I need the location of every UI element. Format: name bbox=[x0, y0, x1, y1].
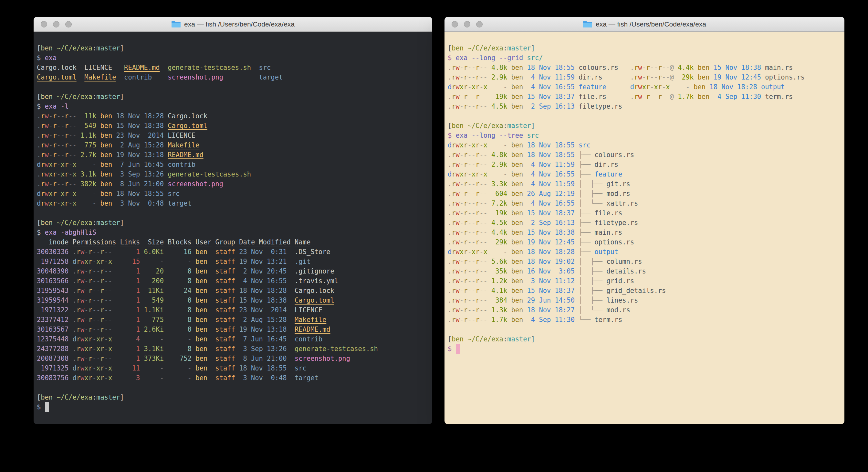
terminal-line: .rw-r--r-- 1.1k ben 23 Nov 2014 LICENCE bbox=[37, 130, 432, 140]
permission-string: drwxr-xr-x bbox=[37, 161, 76, 169]
window-title: exa — fish /Users/ben/Code/exa/exa bbox=[171, 20, 294, 28]
terminal-line: 30083756 drwxr-xr-x 3 - - ben staff 3 No… bbox=[37, 373, 432, 383]
terminal-line: inode Permissions Links Size Blocks User… bbox=[37, 237, 432, 247]
terminal-line: $ exa -abghHliS bbox=[37, 228, 432, 237]
terminal-cursor bbox=[456, 344, 460, 354]
permission-string: .rw-r--r-- bbox=[73, 316, 113, 324]
permission-string: .rw-r--r-- bbox=[448, 219, 488, 227]
terminal-line: .rw-r--r-- 19k ben 15 Nov 18:37 ├── file… bbox=[448, 208, 844, 218]
terminal-window-light: exa — fish /Users/ben/Code/exa/exa [ben … bbox=[444, 17, 844, 424]
terminal-line: .rwxr-xr-x 3.1k ben 3 Sep 13:26 generate… bbox=[37, 169, 432, 179]
permission-string: .rw-r--r--@ bbox=[630, 73, 674, 81]
close-button[interactable] bbox=[41, 21, 47, 28]
terminal-cursor bbox=[45, 402, 49, 412]
minimize-button[interactable] bbox=[464, 21, 470, 28]
terminal-content[interactable]: [ben ~/C/e/exa:master]$ exa --long --gri… bbox=[444, 32, 844, 424]
permission-string: .rw-r--r-- bbox=[73, 306, 113, 314]
terminal-output-left: [ben ~/C/e/exa:master]$ exaCargo.lock LI… bbox=[37, 43, 432, 412]
minimize-button[interactable] bbox=[53, 21, 59, 28]
terminal-content[interactable]: [ben ~/C/e/exa:master]$ exaCargo.lock LI… bbox=[34, 32, 432, 424]
terminal-line: .rw-r--r-- 1.3k ben 18 Nov 18:27 │ └── m… bbox=[448, 305, 844, 315]
permission-string: .rw-r--r-- bbox=[448, 180, 488, 188]
terminal-line: .rw-r--r-- 35k ben 16 Nov 3:05 │ ├── det… bbox=[448, 266, 844, 276]
permission-string: .rw-r--r-- bbox=[73, 326, 113, 333]
permission-string: .rw-r--r-- bbox=[73, 248, 113, 256]
terminal-line: .rw-r--r-- 4.8k ben 18 Nov 18:55 colours… bbox=[448, 63, 844, 72]
permission-string: .rwxr-xr-x bbox=[37, 170, 76, 178]
permission-string: .rw-r--r-- bbox=[448, 161, 488, 169]
terminal-line: $ exa -l bbox=[37, 101, 432, 111]
terminal-line: [ben ~/C/e/exa:master] bbox=[448, 334, 844, 344]
permission-string: drwxr-xr-x bbox=[448, 170, 488, 178]
terminal-line: 30048390 .rw-r--r-- 1 20 8 ben staff 2 N… bbox=[37, 266, 432, 276]
terminal-line: 30163566 .rw-r--r-- 1 200 8 ben staff 4 … bbox=[37, 276, 432, 286]
permission-string: drwxr-xr-x bbox=[73, 258, 113, 265]
permission-string: .rw-r--r-- bbox=[37, 131, 76, 139]
terminal-line: $ bbox=[37, 402, 432, 412]
permission-string: .rw-r--r-- bbox=[448, 209, 488, 217]
zoom-button[interactable] bbox=[65, 21, 72, 28]
permission-string: .rwxr-xr-x bbox=[73, 345, 113, 353]
permission-string: drwxr-xr-x bbox=[448, 141, 488, 149]
permission-string: .rw-r--r-- bbox=[73, 267, 113, 275]
terminal-line bbox=[37, 82, 432, 92]
permission-string: .rw-r--r-- bbox=[448, 190, 488, 198]
terminal-line: Cargo.lock LICENCE README.md generate-te… bbox=[37, 63, 432, 72]
permission-string: .rw-r--r-- bbox=[37, 151, 76, 159]
terminal-output-right: [ben ~/C/e/exa:master]$ exa --long --gri… bbox=[448, 43, 844, 354]
permission-string: .rw-r--r-- bbox=[448, 238, 488, 246]
terminal-line: $ exa --long --tree src bbox=[448, 130, 844, 140]
close-button[interactable] bbox=[452, 21, 458, 28]
terminal-line: Cargo.toml Makefile contrib screenshot.p… bbox=[37, 72, 432, 82]
terminal-line: 30030336 .rw-r--r-- 1 6.0Ki 16 ben staff… bbox=[37, 247, 432, 257]
permission-string: .rw-r--r-- bbox=[448, 316, 488, 324]
desktop: { "chrome": { "titlebar_top": "#ececec",… bbox=[0, 0, 868, 472]
terminal-line: .rw-r--r-- 4.5k ben 2 Sep 16:13 filetype… bbox=[448, 101, 844, 111]
terminal-line: [ben ~/C/e/exa:master] bbox=[448, 121, 844, 130]
titlebar[interactable]: exa — fish /Users/ben/Code/exa/exa bbox=[444, 17, 844, 32]
permission-string: .rw-r--r-- bbox=[448, 93, 488, 100]
permission-string: .rw-r--r-- bbox=[37, 141, 76, 149]
terminal-line: .rw-r--r-- 4.8k ben 18 Nov 18:55 ├── col… bbox=[448, 150, 844, 160]
permission-string: .rw-r--r--@ bbox=[630, 64, 674, 71]
permission-string: .rw-r--r-- bbox=[448, 229, 488, 236]
terminal-line: .rw-r--r-- 604 ben 26 Aug 12:19 │ ├── mo… bbox=[448, 189, 844, 199]
permission-string: .rw-r--r-- bbox=[448, 296, 488, 304]
terminal-line: .rw-r--r-- 2.9k ben 4 Nov 11:59 ├── dir.… bbox=[448, 160, 844, 169]
permission-string: .rw-r--r-- bbox=[448, 306, 488, 314]
permission-string: drwxr-xr-x bbox=[630, 83, 674, 91]
permission-string: .rw-r--r-- bbox=[37, 180, 76, 188]
terminal-line: drwxr-xr-x - ben 18 Nov 18:55 src bbox=[37, 189, 432, 199]
terminal-line: drwxr-xr-x - ben 18 Nov 18:55 src bbox=[448, 140, 844, 150]
terminal-line: [ben ~/C/e/exa:master] bbox=[448, 43, 844, 53]
terminal-line: .rw-r--r-- 4.1k ben 15 Nov 18:37 │ ├── g… bbox=[448, 286, 844, 295]
traffic-lights bbox=[452, 17, 483, 31]
permission-string: .rw-r--r-- bbox=[448, 73, 488, 81]
permission-string: drwxr-xr-x bbox=[73, 335, 113, 343]
zoom-button[interactable] bbox=[476, 21, 483, 28]
folder-icon bbox=[171, 20, 181, 28]
permission-string: .rw-r--r-- bbox=[448, 277, 488, 285]
terminal-line: drwxr-xr-x - ben 3 Nov 0:48 target bbox=[37, 199, 432, 208]
window-title: exa — fish /Users/ben/Code/exa/exa bbox=[583, 20, 706, 28]
permission-string: .rw-r--r-- bbox=[73, 287, 113, 295]
terminal-line: 12375448 drwxr-xr-x 4 - - ben staff 7 Ju… bbox=[37, 334, 432, 344]
permission-string: drwxr-xr-x bbox=[73, 374, 113, 382]
terminal-line: 1971258 drwxr-xr-x 15 - - ben staff 19 N… bbox=[37, 257, 432, 266]
terminal-line bbox=[448, 325, 844, 334]
terminal-line: .rw-r--r-- 19k ben 15 Nov 18:37 file.rs … bbox=[448, 92, 844, 101]
terminal-line: $ exa bbox=[37, 53, 432, 63]
terminal-line bbox=[37, 208, 432, 218]
titlebar[interactable]: exa — fish /Users/ben/Code/exa/exa bbox=[34, 17, 432, 32]
terminal-line: 31959543 .rw-r--r-- 1 11Ki 24 ben staff … bbox=[37, 286, 432, 295]
terminal-line: .rw-r--r-- 382k ben 8 Jun 21:00 screensh… bbox=[37, 179, 432, 189]
permission-string: drwxr-xr-x bbox=[73, 364, 113, 372]
terminal-line: .rw-r--r-- 775 ben 2 Aug 15:28 Makefile bbox=[37, 140, 432, 150]
terminal-line: [ben ~/C/e/exa:master] bbox=[37, 392, 432, 402]
terminal-line: 30163567 .rw-r--r-- 1 2.6Ki 8 ben staff … bbox=[37, 325, 432, 334]
terminal-line: .rw-r--r-- 3.3k ben 4 Nov 11:59 │ ├── gi… bbox=[448, 179, 844, 189]
permission-string: .rw-r--r-- bbox=[73, 355, 113, 362]
window-title-text: exa — fish /Users/ben/Code/exa/exa bbox=[596, 20, 706, 28]
terminal-line: .rw-r--r-- 7.2k ben 4 Nov 16:55 │ └── xa… bbox=[448, 199, 844, 208]
terminal-line: 24377288 .rwxr-xr-x 1 3.1Ki 8 ben staff … bbox=[37, 344, 432, 354]
